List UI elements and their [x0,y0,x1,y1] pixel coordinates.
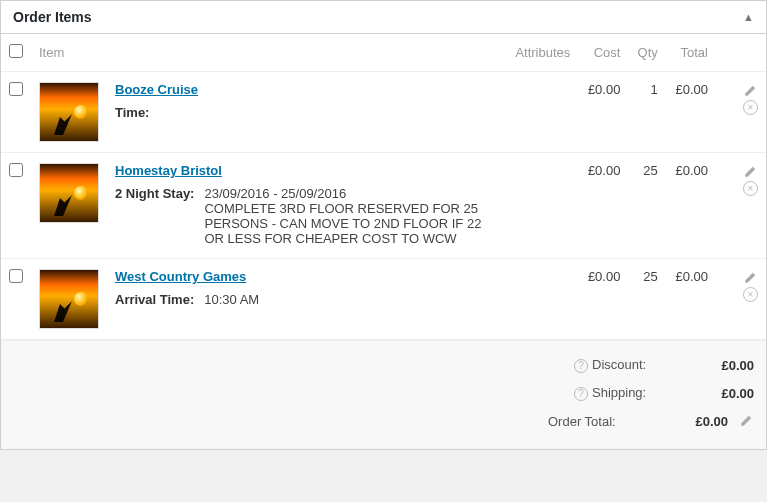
item-cost: £0.00 [578,259,628,340]
meta-label: 2 Night Stay: [115,186,194,246]
item-name-link[interactable]: Homestay Bristol [115,163,222,178]
panel-header: Order Items ▲ [1,1,766,34]
item-qty: 25 [628,153,665,259]
item-qty: 25 [628,259,665,340]
order-total-value: £0.00 [668,414,728,429]
item-total: £0.00 [666,153,716,259]
item-name-link[interactable]: West Country Games [115,269,246,284]
col-cost: Cost [578,34,628,72]
meta-value: 23/09/2016 - 25/09/2016COMPLETE 3RD FLOO… [204,186,484,246]
discount-label: Discount: [592,357,646,372]
item-attributes [505,153,578,259]
item-attributes [505,72,578,153]
meta-label: Time: [115,105,175,120]
pencil-icon[interactable] [738,413,754,429]
table-row: Homestay Bristol 2 Night Stay: 23/09/201… [1,153,766,259]
delete-icon[interactable]: × [743,100,758,115]
col-qty: Qty [628,34,665,72]
item-meta: 2 Night Stay: 23/09/2016 - 25/09/2016COM… [115,186,497,246]
delete-icon[interactable]: × [743,181,758,196]
item-meta: Arrival Time: 10:30 AM [115,292,497,307]
shipping-value: £0.00 [694,386,754,401]
order-items-panel: Order Items ▲ Item Attributes Cost Qty T… [0,0,767,450]
pencil-icon[interactable] [742,83,758,99]
item-name-link[interactable]: Booze Cruise [115,82,198,97]
row-checkbox[interactable] [9,163,23,177]
item-cost: £0.00 [578,153,628,259]
order-total-label: Order Total: [548,414,658,429]
meta-label: Arrival Time: [115,292,194,307]
help-icon[interactable]: ? [574,359,588,373]
item-attributes [505,259,578,340]
table-row: Booze Cruise Time: £0.00 1 £0.00 × [1,72,766,153]
col-attributes: Attributes [505,34,578,72]
meta-value: 10:30 AM [204,292,259,307]
table-row: West Country Games Arrival Time: 10:30 A… [1,259,766,340]
item-cost: £0.00 [578,72,628,153]
discount-value: £0.00 [694,358,754,373]
col-item: Item [31,34,505,72]
pencil-icon[interactable] [742,164,758,180]
order-totals: ?Discount: £0.00 ?Shipping: £0.00 Order … [1,340,766,449]
product-thumbnail[interactable] [39,82,99,142]
product-thumbnail[interactable] [39,163,99,223]
delete-icon[interactable]: × [743,287,758,302]
col-actions [716,34,766,72]
item-total: £0.00 [666,72,716,153]
col-total: Total [666,34,716,72]
select-all-checkbox[interactable] [9,44,23,58]
item-total: £0.00 [666,259,716,340]
order-items-table: Item Attributes Cost Qty Total Booze Cru… [1,34,766,340]
row-checkbox[interactable] [9,82,23,96]
discount-row: ?Discount: £0.00 [13,351,754,379]
row-checkbox[interactable] [9,269,23,283]
help-icon[interactable]: ? [574,387,588,401]
shipping-row: ?Shipping: £0.00 [13,379,754,407]
panel-title: Order Items [13,9,92,25]
pencil-icon[interactable] [742,270,758,286]
collapse-toggle-icon[interactable]: ▲ [743,11,754,23]
item-meta: Time: [115,105,497,120]
product-thumbnail[interactable] [39,269,99,329]
shipping-label: Shipping: [592,385,646,400]
order-total-row: Order Total: £0.00 [13,407,754,435]
item-qty: 1 [628,72,665,153]
col-select [1,34,31,72]
